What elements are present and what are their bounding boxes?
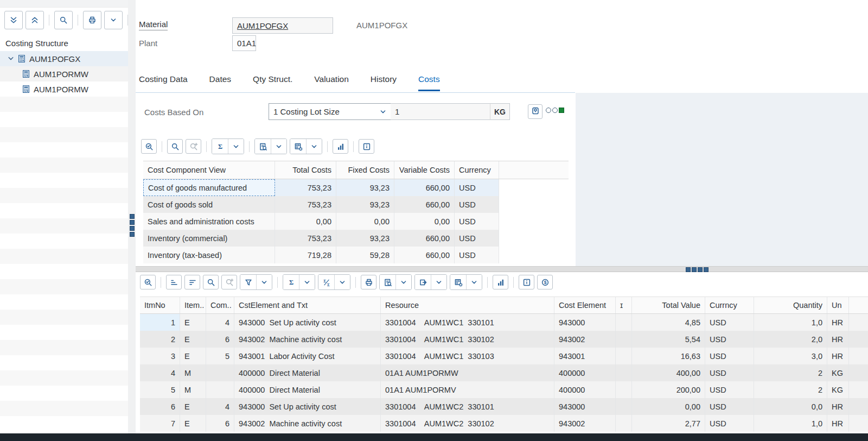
search-check-button[interactable] xyxy=(140,275,156,289)
cost-view-toolbar: Σ xyxy=(141,138,374,154)
table-settings-dropdown-button[interactable] xyxy=(466,275,482,289)
toolbar-separator xyxy=(277,277,278,288)
sigma-dropdown-button[interactable] xyxy=(228,139,244,154)
column-header[interactable]: ItmNo xyxy=(140,297,180,313)
column-header[interactable]: Resource xyxy=(381,297,554,313)
tree-node-aum1pormw[interactable]: AUM1PORMW xyxy=(0,66,128,81)
column-header[interactable]: Quantity xyxy=(754,297,827,313)
document-search-button[interactable] xyxy=(380,275,395,289)
tab-dates[interactable]: Dates xyxy=(209,72,232,91)
table-row[interactable]: Cost of goods manufactured753,2393,23660… xyxy=(143,179,569,196)
tab-costs[interactable]: Costs xyxy=(418,72,440,91)
sigma-button[interactable]: Σ xyxy=(212,139,228,154)
column-header[interactable]: Com.. xyxy=(206,297,234,313)
table-row[interactable]: 4M400000 Direct Material01A1 AUM1PORMW40… xyxy=(140,364,868,381)
lot-size-value-field[interactable]: 1 xyxy=(391,103,490,120)
table-settings-button[interactable] xyxy=(450,275,466,289)
column-header[interactable]: Fixed Costs xyxy=(336,161,394,179)
sigma-button[interactable]: Σ xyxy=(283,275,299,289)
cell: USD xyxy=(705,364,754,381)
info-button[interactable] xyxy=(359,139,374,154)
table-settings-dropdown-button[interactable] xyxy=(306,139,322,154)
table-row[interactable]: 3E5943001 Labor Activity Cost3301004 AUM… xyxy=(140,348,868,364)
printer-button[interactable] xyxy=(83,11,101,29)
column-header[interactable]: Total Value xyxy=(632,297,705,313)
column-header[interactable]: Total Costs xyxy=(275,161,336,179)
sigma-sigma-button[interactable]: ΣΣ xyxy=(318,275,334,289)
search-button[interactable] xyxy=(167,139,183,154)
table-row[interactable]: Cost of goods sold753,2393,23660,00USD xyxy=(143,196,569,213)
column-header[interactable]: Currncy xyxy=(705,297,754,313)
cell: M xyxy=(180,364,206,381)
bar-chart-button[interactable] xyxy=(333,139,348,154)
vertical-splitter-grip[interactable] xyxy=(130,214,135,237)
tab-history[interactable]: History xyxy=(371,72,397,91)
export-button[interactable] xyxy=(415,275,431,289)
row-filler xyxy=(499,213,569,230)
column-header[interactable]: Un xyxy=(827,297,849,313)
table-row[interactable]: 7E6943002 Machine activity cost3301004 A… xyxy=(140,415,868,432)
cell: HR xyxy=(827,314,849,331)
table-row[interactable]: Inventory (commercial)753,2393,23660,00U… xyxy=(143,230,569,247)
chevron-double-up-button[interactable] xyxy=(25,11,44,29)
column-header[interactable]: Currency xyxy=(455,161,499,179)
search-plus-button[interactable] xyxy=(221,275,237,289)
export-dropdown-button[interactable] xyxy=(431,275,446,289)
collapse-arrow-icon[interactable] xyxy=(7,54,15,63)
info-button[interactable] xyxy=(519,275,534,289)
document-search-dropdown-button[interactable] xyxy=(271,139,286,154)
column-header[interactable]: Cost Element xyxy=(554,297,616,313)
column-header[interactable]: Variable Costs xyxy=(394,161,455,179)
bar-chart-button[interactable] xyxy=(493,275,508,289)
printer-button[interactable] xyxy=(361,275,376,289)
sort-ascending-button[interactable] xyxy=(166,275,182,289)
column-header[interactable]: CstElement and Txt xyxy=(234,297,381,313)
sigma-dropdown-button[interactable] xyxy=(299,275,315,289)
document-search-button[interactable] xyxy=(255,139,271,154)
chevron-double-down-button[interactable] xyxy=(4,11,23,29)
tab-qty-struct[interactable]: Qty Struct. xyxy=(253,72,292,91)
cell: 93,23 xyxy=(336,196,394,213)
vertical-splitter[interactable] xyxy=(128,0,136,433)
tree-node-aum1pofgx[interactable]: AUM1POFGX xyxy=(0,51,128,66)
empty-row xyxy=(0,340,128,355)
messages-log-button[interactable] xyxy=(528,104,542,119)
tab-costing-data[interactable]: Costing Data xyxy=(139,72,188,91)
tab-valuation[interactable]: Valuation xyxy=(314,72,348,91)
cell: 400000 Direct Material xyxy=(234,364,381,381)
table-row[interactable]: 2E6943002 Machine activity cost3301004 A… xyxy=(140,331,868,348)
currency-button[interactable]: $ xyxy=(537,275,553,289)
table-row[interactable]: Inventory (tax-based)719,2859,28660,00US… xyxy=(143,247,569,263)
filter-button[interactable] xyxy=(240,275,256,289)
document-search-dropdown-button[interactable] xyxy=(395,275,411,289)
search-icon xyxy=(207,278,215,287)
costing-lot-size-select[interactable]: 1 Costing Lot Size xyxy=(269,103,391,120)
column-header[interactable]: Cost Component View xyxy=(143,161,275,179)
column-header[interactable]: ɪ xyxy=(616,297,632,313)
table-row[interactable]: Sales and administration costs0,000,000,… xyxy=(143,213,569,230)
material-field[interactable]: AUM1POFGX xyxy=(232,17,333,34)
search-check-button[interactable] xyxy=(141,139,157,154)
toolbar-separator xyxy=(162,141,162,152)
table-row[interactable]: 5M400000 Direct Material01A1 AUM1PORMV40… xyxy=(140,381,868,398)
table-row[interactable]: 6E4943000 Set Up activity cost3301004 AU… xyxy=(140,398,868,415)
horizontal-splitter-grip[interactable] xyxy=(686,267,709,272)
table-settings-button[interactable] xyxy=(290,139,306,154)
chevron-down-button[interactable] xyxy=(104,11,123,29)
cell: E xyxy=(180,398,206,415)
search-button[interactable] xyxy=(203,275,219,289)
horizontal-splitter[interactable] xyxy=(136,266,868,272)
table-row[interactable]: 1E4943000 Set Up activity cost3301004 AU… xyxy=(140,314,868,331)
plant-field[interactable]: 01A1 xyxy=(232,35,256,51)
column-header[interactable]: Item.. xyxy=(180,297,206,313)
filter-dropdown-button[interactable] xyxy=(256,275,272,289)
tree-node-aum1pormw[interactable]: AUM1PORMW xyxy=(0,81,128,97)
search-button[interactable] xyxy=(54,11,73,29)
cell: E xyxy=(180,415,206,432)
sort-descending-button[interactable] xyxy=(184,275,200,289)
cell: 3301004 AUM1WC1 330102 xyxy=(381,331,554,348)
row-filler xyxy=(849,331,868,348)
sigma-sigma-dropdown-button[interactable] xyxy=(334,275,350,289)
chevron-down-icon xyxy=(310,142,318,151)
search-plus-button[interactable] xyxy=(186,139,201,154)
